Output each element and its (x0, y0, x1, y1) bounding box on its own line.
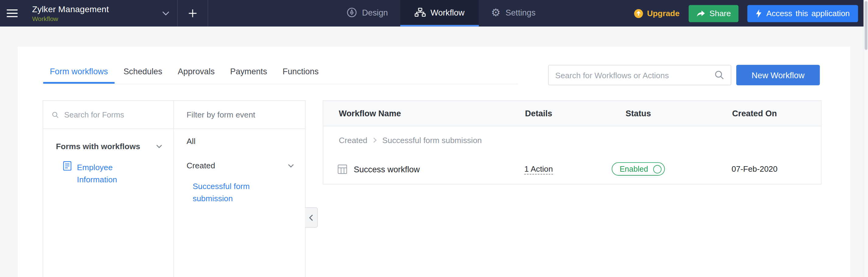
tab-form-workflows[interactable]: Form workflows (43, 60, 115, 84)
side-panels: Forms with workflows Employee Informatio… (42, 100, 306, 277)
nav-settings[interactable]: ⚙ Settings (479, 0, 548, 27)
column-header-workflow-name: Workflow Name (323, 109, 489, 118)
upgrade-arrow-icon (634, 8, 643, 18)
column-header-created-on: Created On (688, 109, 821, 118)
filter-item-successful-form-submission[interactable]: Successful form submission (174, 178, 305, 204)
hamburger-icon (7, 9, 18, 17)
column-header-status: Status (588, 109, 688, 118)
filter-item-created[interactable]: Created (174, 153, 305, 178)
forms-search-input[interactable] (64, 110, 164, 119)
workflow-search-box (548, 65, 731, 85)
nav-settings-label: Settings (505, 8, 536, 17)
share-icon (696, 10, 705, 17)
breadcrumb-successful-form-submission: Successful form submission (382, 136, 482, 145)
toggle-knob-icon (653, 165, 661, 173)
access-label: Access this application (766, 9, 850, 18)
lightning-bolt-icon (756, 9, 762, 17)
tab-functions[interactable]: Functions (276, 60, 326, 84)
workflow-card: Form workflows Schedules Approvals Payme… (18, 47, 850, 277)
gear-icon: ⚙ (491, 7, 501, 18)
tab-schedules[interactable]: Schedules (117, 60, 169, 84)
plus-icon (188, 9, 197, 18)
status-badge: Enabled (620, 165, 648, 174)
status-toggle[interactable]: Enabled (612, 162, 665, 176)
design-icon (347, 7, 357, 18)
share-button[interactable]: Share (688, 5, 739, 22)
nav-workflow[interactable]: Workflow (400, 0, 479, 27)
search-icon (52, 111, 59, 119)
form-icon (63, 161, 71, 171)
upgrade-label: Upgrade (647, 9, 680, 18)
workflow-tabs: Form workflows Schedules Approvals Payme… (43, 60, 518, 84)
share-label: Share (709, 9, 731, 18)
table-header-row: Workflow Name Details Status Created On (323, 101, 821, 126)
chevron-down-icon (156, 144, 162, 148)
filter-item-label: Created (187, 161, 215, 170)
add-application-button[interactable] (178, 0, 208, 27)
workflow-name: Success workflow (354, 164, 420, 174)
table-row[interactable]: Success workflow 1 Action Enabled 07-Feb… (323, 154, 821, 184)
search-icon[interactable] (715, 70, 724, 80)
chevron-down-icon (162, 11, 169, 16)
workflow-name-cell: Success workflow (323, 164, 489, 174)
report-grid-icon (338, 164, 347, 174)
new-workflow-button[interactable]: New Workflow (736, 65, 820, 85)
app-selector[interactable]: Zylker Management Workflow (24, 0, 177, 27)
hamburger-menu-button[interactable] (0, 0, 24, 27)
tab-approvals[interactable]: Approvals (171, 60, 221, 84)
panel-collapse-button[interactable] (305, 207, 318, 228)
chevron-left-icon (309, 214, 313, 221)
details-action-link[interactable]: 1 Action (524, 165, 553, 175)
app-subtitle: Workflow (32, 16, 108, 22)
breadcrumb-created: Created (339, 136, 367, 145)
chevron-right-icon (373, 137, 377, 143)
nav-workflow-label: Workflow (431, 8, 465, 17)
filter-panel-title: Filter by form event (174, 101, 305, 129)
sidebar-item-employee-information[interactable]: Employee Information (43, 156, 173, 185)
topbar-nav: Design Workflow ⚙ Settings (335, 0, 548, 27)
topbar: Zylker Management Workflow (0, 0, 868, 27)
form-item-label: Employee Information (77, 161, 138, 186)
app-window: Zylker Management Workflow (0, 0, 868, 277)
app-titles: Zylker Management Workflow (32, 5, 108, 22)
vertical-scrollbar (863, 0, 868, 277)
created-on-value: 07-Feb-2020 (732, 165, 778, 174)
forms-group-title: Forms with workflows (56, 142, 140, 151)
forms-panel: Forms with workflows Employee Informatio… (43, 101, 174, 277)
table-group-row: Created Successful form submission (323, 126, 821, 154)
filter-panel: Filter by form event All Created Success… (174, 101, 305, 277)
upgrade-button[interactable]: Upgrade (634, 8, 680, 18)
page-background: Form workflows Schedules Approvals Payme… (0, 27, 868, 277)
workflow-icon (414, 8, 426, 17)
app-name: Zylker Management (32, 5, 108, 14)
filter-item-all[interactable]: All (174, 129, 305, 153)
workflow-search-input[interactable] (555, 71, 715, 80)
workflow-table: Workflow Name Details Status Created On … (322, 100, 822, 184)
topbar-actions: Upgrade Share Access this application (634, 0, 858, 27)
scrollbar-thumb[interactable] (865, 1, 867, 50)
chevron-down-icon (288, 164, 294, 168)
nav-design-label: Design (362, 8, 388, 17)
nav-design[interactable]: Design (335, 0, 400, 27)
access-application-button[interactable]: Access this application (747, 5, 858, 22)
forms-search-box (43, 101, 173, 129)
topbar-divider (208, 0, 208, 27)
filter-item-label: All (187, 137, 195, 146)
column-header-details: Details (489, 109, 588, 118)
forms-group-header[interactable]: Forms with workflows (43, 137, 173, 156)
tab-payments[interactable]: Payments (223, 60, 274, 84)
filter-subitem-label: Successful form submission (193, 180, 265, 205)
